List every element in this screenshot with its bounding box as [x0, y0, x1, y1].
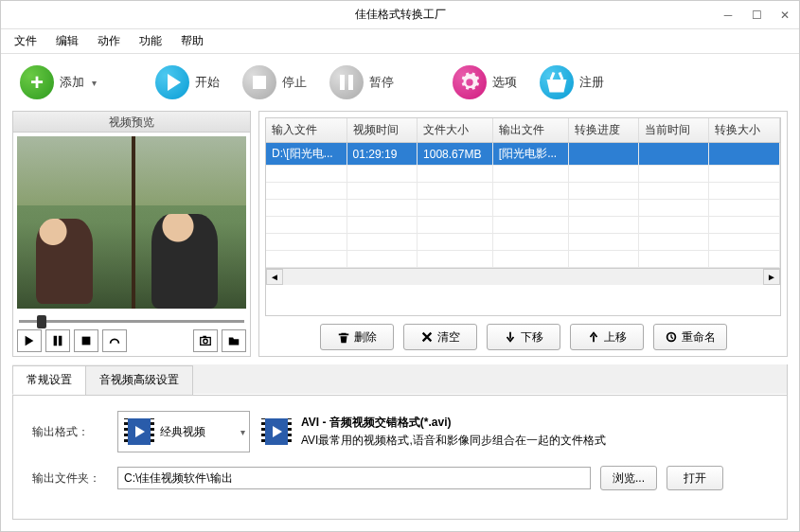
file-list-panel: 输入文件 视频时间 文件大小 输出文件 转换进度 当前时间 转换大小 D:\[阳… — [258, 111, 788, 357]
add-button[interactable]: + 添加 ▾ — [12, 62, 104, 103]
col-input[interactable]: 输入文件 — [266, 118, 347, 143]
menu-edit[interactable]: 编辑 — [46, 29, 88, 53]
preview-pause-button[interactable] — [45, 329, 70, 352]
start-button[interactable]: 开始 — [148, 62, 227, 103]
horizontal-scrollbar[interactable]: ◄ ► — [266, 268, 780, 285]
close-button[interactable]: ✕ — [771, 1, 799, 29]
svg-rect-19 — [151, 442, 154, 445]
window-title: 佳佳格式转换工厂 — [355, 7, 446, 23]
svg-rect-1 — [59, 336, 62, 346]
col-output[interactable]: 输出文件 — [492, 118, 568, 143]
preview-audio-button[interactable] — [102, 329, 127, 352]
tab-general[interactable]: 常规设置 — [12, 365, 86, 395]
col-duration[interactable]: 视频时间 — [347, 118, 417, 143]
svg-rect-24 — [261, 425, 265, 428]
table-row[interactable] — [266, 200, 780, 217]
clear-button[interactable]: 清空 — [403, 324, 477, 350]
play-icon — [155, 65, 189, 99]
chevron-down-icon: ▾ — [240, 427, 245, 437]
preview-folder-button[interactable] — [222, 329, 246, 352]
table-row[interactable] — [266, 217, 780, 234]
scroll-left-button[interactable]: ◄ — [266, 269, 283, 285]
svg-rect-12 — [124, 431, 128, 434]
output-folder-input[interactable] — [117, 467, 591, 489]
svg-rect-14 — [124, 442, 128, 445]
stop-icon — [242, 65, 276, 99]
svg-rect-32 — [288, 442, 292, 445]
col-outsize[interactable]: 转换大小 — [709, 118, 780, 143]
format-desc: AVI最常用的视频格式,语音和影像同步组合在一起的文件格式 — [301, 433, 606, 449]
svg-rect-17 — [151, 431, 154, 434]
maximize-button[interactable]: ☐ — [742, 1, 771, 29]
svg-rect-31 — [288, 436, 292, 439]
svg-rect-28 — [288, 419, 292, 422]
preview-snapshot-button[interactable] — [193, 329, 218, 352]
svg-rect-27 — [261, 442, 265, 445]
gear-icon — [453, 65, 487, 99]
table-row[interactable] — [266, 166, 780, 183]
format-title: AVI - 音频视频交错格式(*.avi) — [301, 415, 606, 431]
menu-action[interactable]: 动作 — [88, 29, 130, 53]
options-button[interactable]: 选项 — [445, 62, 524, 103]
pause-button[interactable]: 暂停 — [322, 62, 401, 103]
dropdown-arrow-icon: ▾ — [92, 78, 97, 88]
menubar: 文件 编辑 动作 功能 帮助 — [1, 29, 799, 54]
move-down-button[interactable]: 下移 — [487, 324, 560, 350]
toolbar: + 添加 ▾ 开始 停止 暂停 选项 注册 — [1, 54, 799, 111]
svg-rect-5 — [203, 336, 206, 338]
svg-rect-29 — [288, 425, 292, 428]
preview-stop-button[interactable] — [74, 329, 98, 352]
titlebar: 佳佳格式转换工厂 ─ ☐ ✕ — [1, 1, 799, 29]
preview-title: 视频预览 — [13, 112, 250, 133]
svg-rect-16 — [151, 425, 154, 428]
scroll-right-button[interactable]: ► — [763, 269, 780, 285]
svg-rect-25 — [261, 431, 265, 434]
open-button[interactable]: 打开 — [667, 466, 723, 490]
basket-icon — [540, 65, 574, 99]
svg-point-4 — [204, 339, 207, 343]
video-preview[interactable] — [17, 136, 246, 309]
format-category-select[interactable]: 经典视频 ▾ — [117, 411, 250, 452]
minimize-button[interactable]: ─ — [714, 1, 742, 29]
file-table[interactable]: 输入文件 视频时间 文件大小 输出文件 转换进度 当前时间 转换大小 D:\[阳… — [265, 117, 781, 316]
output-folder-label: 输出文件夹： — [32, 470, 108, 487]
output-format-label: 输出格式： — [32, 424, 108, 440]
tab-advanced[interactable]: 音视频高级设置 — [85, 365, 193, 395]
menu-help[interactable]: 帮助 — [171, 29, 213, 53]
film-icon — [259, 415, 293, 449]
table-row[interactable] — [266, 251, 780, 268]
table-row[interactable]: D:\[阳光电... 01:29:19 1008.67MB [阳光电影... — [266, 143, 780, 166]
delete-button[interactable]: 删除 — [320, 324, 394, 350]
film-icon — [122, 415, 156, 449]
seek-slider[interactable] — [13, 312, 250, 329]
preview-panel: 视频预览 — [12, 111, 251, 357]
rename-button[interactable]: 重命名 — [653, 324, 727, 350]
menu-function[interactable]: 功能 — [130, 29, 171, 53]
col-size[interactable]: 文件大小 — [418, 118, 493, 143]
svg-rect-23 — [261, 419, 265, 422]
preview-play-button[interactable] — [17, 329, 42, 352]
svg-rect-18 — [151, 436, 154, 439]
settings-panel: 常规设置 音视频高级设置 输出格式： 经典视频 ▾ AVI - 音频视频交错格式… — [12, 364, 788, 520]
svg-rect-30 — [288, 431, 292, 434]
col-progress[interactable]: 转换进度 — [568, 118, 638, 143]
col-time[interactable]: 当前时间 — [639, 118, 709, 143]
svg-rect-2 — [82, 337, 91, 346]
move-up-button[interactable]: 上移 — [570, 324, 644, 350]
stop-button[interactable]: 停止 — [235, 62, 314, 103]
plus-icon: + — [20, 65, 54, 99]
svg-rect-10 — [124, 419, 128, 422]
table-row[interactable] — [266, 183, 780, 200]
video-frame — [17, 136, 246, 309]
svg-rect-26 — [261, 436, 265, 439]
svg-rect-15 — [151, 419, 154, 422]
browse-button[interactable]: 浏览... — [600, 466, 657, 490]
table-row[interactable] — [266, 234, 780, 251]
pause-icon — [329, 65, 364, 99]
svg-rect-13 — [124, 436, 128, 439]
svg-rect-11 — [124, 425, 128, 428]
menu-file[interactable]: 文件 — [5, 29, 46, 53]
register-button[interactable]: 注册 — [532, 62, 612, 103]
format-preset-select[interactable]: AVI - 音频视频交错格式(*.avi) AVI最常用的视频格式,语音和影像同… — [259, 415, 606, 449]
svg-rect-0 — [54, 336, 58, 346]
